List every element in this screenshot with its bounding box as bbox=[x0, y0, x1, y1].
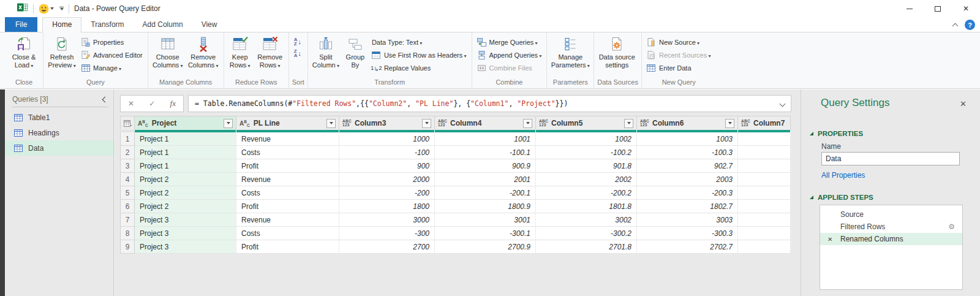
sort-descending-button[interactable]: ZA ↓ bbox=[292, 49, 303, 58]
close-and-load-button[interactable]: Close & Load bbox=[8, 34, 40, 70]
cell-column6[interactable]: 902.7 bbox=[637, 159, 738, 173]
keep-rows-button[interactable]: Keep Rows bbox=[227, 34, 253, 70]
all-properties-link[interactable]: All Properties bbox=[821, 171, 865, 180]
cell-pl-line[interactable]: Profit bbox=[236, 159, 339, 173]
cell-column4[interactable]: 1001 bbox=[435, 132, 536, 146]
collapse-ribbon-icon[interactable] bbox=[952, 23, 959, 29]
column-header-pl-line[interactable]: ABC PL Line bbox=[236, 116, 339, 130]
tab-home[interactable]: Home bbox=[42, 17, 81, 32]
cell-column6[interactable]: 2702.7 bbox=[637, 240, 738, 254]
cell-project[interactable]: Project 3 bbox=[135, 227, 236, 240]
formula-input[interactable]: = Table.RenameColumns(#"Filtered Rows",{… bbox=[188, 95, 791, 112]
column-filter-button[interactable] bbox=[326, 119, 336, 128]
query-item-headings[interactable]: Headings bbox=[5, 125, 113, 140]
cell-pl-line[interactable]: Costs bbox=[236, 227, 339, 240]
cell-column7[interactable] bbox=[738, 146, 791, 159]
cell-column5[interactable]: -300.2 bbox=[536, 227, 637, 240]
cell-column4[interactable]: -100.1 bbox=[435, 146, 536, 159]
cell-project[interactable]: Project 2 bbox=[135, 200, 236, 213]
cell-project[interactable]: Project 3 bbox=[135, 213, 236, 227]
cell-column4[interactable]: 2001 bbox=[435, 173, 536, 186]
cell-column4[interactable]: -300.1 bbox=[435, 227, 536, 240]
row-number[interactable]: 9 bbox=[120, 240, 135, 254]
minimize-button[interactable] bbox=[895, 0, 924, 17]
cell-column3[interactable]: 1000 bbox=[339, 132, 435, 146]
expand-formula-bar-icon[interactable] bbox=[780, 101, 786, 107]
cell-column7[interactable] bbox=[738, 200, 791, 213]
maximize-button[interactable] bbox=[924, 0, 952, 17]
column-filter-button[interactable] bbox=[523, 119, 532, 128]
applied-step-source[interactable]: Source bbox=[820, 208, 962, 221]
cell-column4[interactable]: 2700.9 bbox=[435, 240, 536, 254]
new-source-button[interactable]: New Source bbox=[645, 36, 713, 48]
merge-queries-button[interactable]: Merge Queries bbox=[475, 36, 544, 48]
cell-project[interactable]: Project 2 bbox=[135, 173, 236, 186]
cell-column6[interactable]: 3003 bbox=[637, 213, 738, 227]
query-name-input[interactable] bbox=[821, 152, 960, 165]
refresh-preview-button[interactable]: Refresh Preview bbox=[47, 34, 77, 70]
cell-column7[interactable] bbox=[738, 132, 791, 146]
fx-icon[interactable]: fx bbox=[170, 99, 176, 108]
cell-pl-line[interactable]: Profit bbox=[236, 200, 339, 213]
applied-steps-section-header[interactable]: APPLIED STEPS bbox=[810, 194, 873, 201]
column-filter-button[interactable] bbox=[725, 119, 734, 128]
cell-pl-line[interactable]: Revenue bbox=[236, 173, 339, 186]
row-number[interactable]: 6 bbox=[120, 200, 135, 213]
applied-step-filtered-rows[interactable]: Filtered Rows ⚙ bbox=[820, 221, 962, 233]
append-queries-button[interactable]: Append Queries bbox=[475, 48, 544, 61]
cell-column3[interactable]: 2700 bbox=[339, 240, 435, 254]
cell-column3[interactable]: -300 bbox=[339, 227, 435, 240]
cell-project[interactable]: Project 1 bbox=[135, 146, 236, 159]
cell-column6[interactable]: 1003 bbox=[637, 132, 738, 146]
column-header-project[interactable]: ABC Project bbox=[135, 116, 236, 130]
cell-pl-line[interactable]: Costs bbox=[236, 146, 339, 159]
row-number[interactable]: 1 bbox=[120, 132, 135, 146]
cell-column7[interactable] bbox=[738, 186, 791, 200]
cell-column6[interactable]: 1802.7 bbox=[637, 200, 738, 213]
cell-column4[interactable]: 900.9 bbox=[435, 159, 536, 173]
cell-column3[interactable]: 2000 bbox=[339, 173, 435, 186]
close-window-button[interactable]: ✕ bbox=[952, 0, 980, 17]
cell-column5[interactable]: 1801.8 bbox=[536, 200, 637, 213]
query-item-table1[interactable]: Table1 bbox=[5, 110, 113, 125]
cell-column3[interactable]: 1800 bbox=[339, 200, 435, 213]
tab-add-column[interactable]: Add Column bbox=[134, 17, 192, 32]
row-number[interactable]: 4 bbox=[120, 173, 135, 186]
query-item-data[interactable]: Data bbox=[5, 140, 113, 156]
cell-column5[interactable]: 2701.8 bbox=[536, 240, 637, 254]
cell-column4[interactable]: 1800.9 bbox=[435, 200, 536, 213]
row-number[interactable]: 8 bbox=[120, 227, 135, 240]
remove-columns-button[interactable]: Remove Columns bbox=[186, 34, 221, 70]
cell-column7[interactable] bbox=[738, 173, 791, 186]
gear-icon[interactable]: ⚙ bbox=[948, 223, 955, 230]
delete-step-icon[interactable]: ✕ bbox=[827, 236, 832, 243]
applied-step-renamed-columns[interactable]: ✕ Renamed Columns bbox=[820, 233, 962, 245]
data-source-settings-button[interactable]: Data source settings bbox=[597, 34, 636, 69]
column-header-column6[interactable]: ABC123 Column6 bbox=[637, 116, 738, 130]
remove-rows-button[interactable]: Remove Rows bbox=[255, 34, 285, 70]
cell-column7[interactable] bbox=[738, 159, 791, 173]
cell-project[interactable]: Project 2 bbox=[135, 186, 236, 200]
split-column-button[interactable]: Split Column bbox=[311, 34, 341, 70]
send-a-smile-button[interactable] bbox=[39, 4, 54, 14]
cell-column5[interactable]: 901.8 bbox=[536, 159, 637, 173]
row-number[interactable]: 2 bbox=[120, 146, 135, 159]
cell-pl-line[interactable]: Costs bbox=[236, 186, 339, 200]
properties-section-header[interactable]: PROPERTIES bbox=[810, 130, 863, 137]
row-number[interactable]: 5 bbox=[120, 186, 135, 200]
use-first-row-as-headers-button[interactable]: Use First Row as Headers bbox=[370, 48, 469, 61]
cell-pl-line[interactable]: Profit bbox=[236, 240, 339, 254]
grid-corner-cell[interactable] bbox=[120, 116, 135, 130]
help-icon[interactable]: ? bbox=[965, 20, 975, 30]
cell-column5[interactable]: -100.2 bbox=[536, 146, 637, 159]
cell-column5[interactable]: 3002 bbox=[536, 213, 637, 227]
column-header-column4[interactable]: ABC123 Column4 bbox=[435, 116, 536, 130]
cell-column6[interactable]: -300.3 bbox=[637, 227, 738, 240]
tab-file[interactable]: File bbox=[5, 17, 37, 32]
column-header-column7[interactable]: ABC123 Column7 bbox=[738, 116, 791, 130]
row-number[interactable]: 7 bbox=[120, 213, 135, 227]
tab-transform[interactable]: Transform bbox=[81, 17, 133, 32]
combine-files-button[interactable]: Combine Files bbox=[475, 61, 544, 74]
cell-column4[interactable]: 3001 bbox=[435, 213, 536, 227]
column-filter-button[interactable] bbox=[624, 119, 633, 128]
